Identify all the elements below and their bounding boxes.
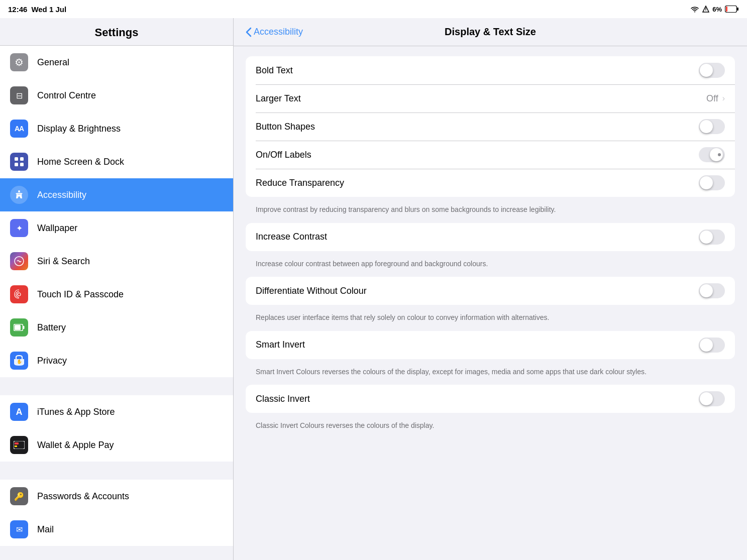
privacy-icon: ✋ [10,352,28,370]
chevron-right-icon: › [722,94,725,103]
classic-invert-row: Classic Invert [246,385,735,413]
toggle-knob [700,339,713,352]
sidebar-item-touch-id[interactable]: Touch ID & Passcode [0,278,233,311]
status-bar-right: 6% [690,6,739,13]
onoff-labels-row: On/Off Labels [246,141,735,169]
status-bar: 12:46 Wed 1 Jul 6% [0,0,747,18]
sidebar-item-label: Accessibility [37,190,86,200]
wallet-icon [10,436,28,454]
sidebar-item-mail[interactable]: ✉ Mail [0,513,233,546]
accessibility-icon [10,186,28,204]
bold-text-row: Bold Text [246,56,735,84]
sidebar-item-label: Battery [37,322,66,333]
detail-title: Display & Text Size [445,26,536,38]
passwords-icon: 🔑 [10,487,28,505]
home-screen-icon [10,153,28,171]
svg-rect-4 [726,7,727,12]
bold-text-label: Bold Text [256,65,699,76]
sidebar-item-wallpaper[interactable]: ✦ Wallpaper [0,211,233,245]
sidebar-item-passwords[interactable]: 🔑 Passwords & Accounts [0,480,233,513]
sidebar-item-label: Touch ID & Passcode [37,289,124,300]
sidebar-item-label: Wallpaper [37,223,77,234]
svg-rect-16 [14,441,25,449]
button-shapes-row: Button Shapes [246,113,735,141]
svg-point-9 [18,190,20,192]
sidebar-item-label: Wallet & Apple Pay [37,440,114,451]
sidebar-item-battery[interactable]: Battery [0,311,233,344]
touch-id-icon [10,285,28,303]
toggle-knob [700,120,713,133]
date: Wed 1 Jul [31,5,66,14]
onoff-labels-toggle[interactable] [699,147,725,162]
larger-text-label: Larger Text [256,93,706,104]
reduce-transparency-row: Reduce Transparency [246,169,735,197]
wallpaper-icon: ✦ [10,219,28,237]
sidebar-item-display-brightness[interactable]: AA Display & Brightness [0,112,233,145]
toggle-knob [700,392,713,405]
bold-text-toggle[interactable] [699,63,725,78]
wifi-icon [690,6,699,13]
battery-icon [725,6,739,13]
settings-group-3: Differentiate Without Colour [246,277,735,305]
sidebar-section-3: 🔑 Passwords & Accounts ✉ Mail [0,480,233,546]
increase-contrast-label: Increase Contrast [256,232,699,242]
back-label: Accessibility [254,27,303,37]
general-icon: ⚙ [10,53,28,71]
svg-rect-17 [15,442,19,444]
differentiate-colour-row: Differentiate Without Colour [246,277,735,305]
larger-text-row[interactable]: Larger Text Off › [246,84,735,113]
sidebar-item-itunes[interactable]: A iTunes & App Store [0,395,233,428]
sidebar-item-label: Home Screen & Dock [37,157,124,167]
differentiate-colour-toggle[interactable] [699,283,725,298]
battery-settings-icon [10,318,28,337]
signal-icon [702,6,709,13]
sidebar-item-label: Siri & Search [37,256,90,267]
increase-contrast-row: Increase Contrast [246,223,735,251]
sidebar-item-siri-search[interactable]: Siri & Search [0,245,233,278]
group-4-description: Smart Invert Colours reverses the colour… [246,363,735,385]
classic-invert-toggle[interactable] [699,391,725,406]
mail-icon: ✉ [10,520,28,538]
sidebar-item-label: Passwords & Accounts [37,491,129,502]
toggle-knob [700,64,713,77]
sidebar-title: Settings [0,18,233,45]
siri-icon [10,252,28,270]
sidebar-item-label: Mail [37,524,54,535]
reduce-transparency-toggle[interactable] [699,175,725,190]
time: 12:46 [8,5,27,14]
sidebar-section-1: ⚙ General ⊟ Control Centre AA Display & … [0,46,233,377]
sidebar-item-label: General [37,57,69,68]
smart-invert-label: Smart Invert [256,340,699,350]
group-3-description: Replaces user interface items that rely … [246,309,735,331]
display-icon: AA [10,120,28,138]
svg-rect-13 [23,326,25,329]
main-layout: Settings ⚙ General ⊟ Control Centre AA D… [0,18,747,560]
sidebar-item-wallet[interactable]: Wallet & Apple Pay [0,428,233,462]
sidebar-item-control-centre[interactable]: ⊟ Control Centre [0,79,233,112]
status-bar-left: 12:46 Wed 1 Jul [8,5,66,14]
sidebar-item-accessibility[interactable]: Accessibility [0,178,233,211]
back-button[interactable]: Accessibility [246,27,303,37]
increase-contrast-toggle[interactable] [699,230,725,245]
group-1-description: Improve contrast by reducing transparenc… [246,201,735,223]
settings-group-2: Increase Contrast [246,223,735,251]
section-gap-1 [0,377,233,395]
chevron-left-icon [246,27,252,37]
larger-text-value: Off [706,93,718,104]
smart-invert-toggle[interactable] [699,338,725,353]
appstore-icon: A [10,403,28,421]
sidebar-item-home-screen[interactable]: Home Screen & Dock [0,145,233,178]
battery-percent: 6% [712,6,722,13]
settings-group-1: Bold Text Larger Text Off › Button Shape… [246,56,735,197]
sidebar-section-2: A iTunes & App Store Wallet & Apple Pay [0,395,233,462]
svg-rect-14 [15,325,21,330]
sidebar-item-general[interactable]: ⚙ General [0,46,233,79]
button-shapes-toggle[interactable] [699,119,725,134]
svg-rect-7 [15,163,18,166]
reduce-transparency-label: Reduce Transparency [256,178,699,188]
toggle-knob [700,176,713,189]
differentiate-colour-label: Differentiate Without Colour [256,286,699,296]
sidebar-item-privacy[interactable]: ✋ Privacy [0,344,233,377]
settings-group-5: Classic Invert [246,385,735,413]
detail-header: Accessibility Display & Text Size [234,18,747,46]
